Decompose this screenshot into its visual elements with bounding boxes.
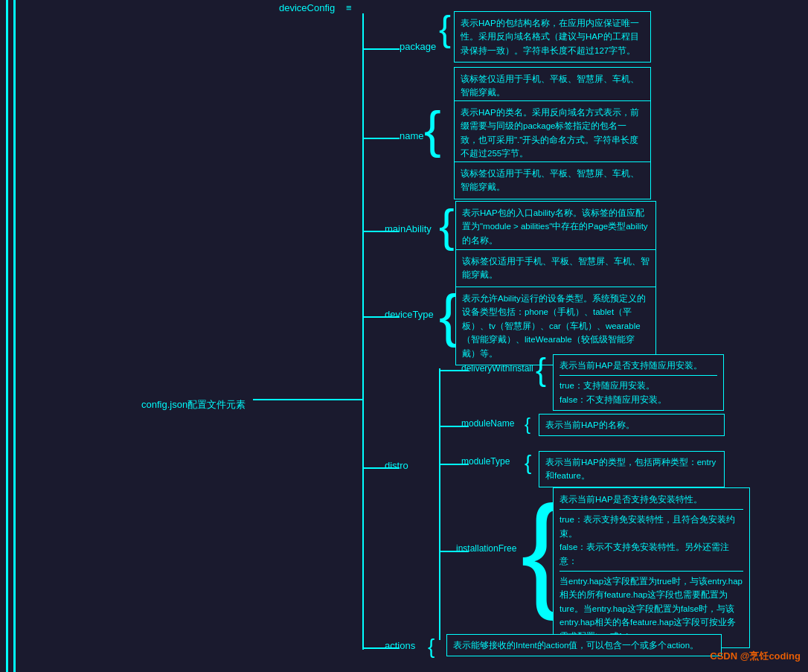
mainability-desc2: 该标签仅适用于手机、平板、智慧屏、车机、智能穿戴。 [455, 250, 656, 287]
installfree-div2 [559, 571, 743, 572]
package-desc1: 表示HAP的包结构名称，在应用内应保证唯一性。采用反向域名格式（建议与HAP的工… [454, 11, 651, 63]
modulename-label: moduleName [461, 418, 514, 429]
delivery-desc3: false：不支持随应用安装。 [559, 393, 717, 406]
actions-label: actions [385, 640, 415, 651]
mainability-label: mainAbility [385, 223, 432, 234]
device-config-equals: ≡ [346, 2, 352, 13]
delivery-desc2: true：支持随应用安装。 [559, 379, 717, 392]
config-to-main-h [253, 399, 364, 400]
package-label: package [400, 41, 436, 52]
installfree-d4: 当entry.hap这字段配置为true时，与该entry.hap相关的所有fe… [559, 575, 743, 643]
page-container: deviceConfig ≡ config.json配置文件元素 package… [0, 0, 808, 672]
modulename-desc: 表示当前HAP的名称。 [539, 414, 725, 436]
installfree-div1 [559, 509, 743, 510]
main-vert-line [362, 13, 364, 650]
name-desc2: 该标签仅适用于手机、平板、智慧屏、车机、智能穿戴。 [454, 162, 651, 199]
installfree-d3: false：表示不支持免安装特性。另外还需注意： [559, 540, 743, 568]
left-line-1 [6, 0, 8, 672]
package-brace: { [439, 11, 451, 47]
delivery-div1 [559, 375, 717, 376]
actions-desc: 表示能够接收的Intent的action值，可以包含一个或多个action。 [446, 634, 722, 656]
delivery-desc: 表示当前HAP是否支持随应用安装。 true：支持随应用安装。 false：不支… [553, 354, 724, 411]
mainability-desc1: 表示HAP包的入口ability名称。该标签的值应配置为"module > ab… [455, 201, 656, 252]
name-brace: { [424, 104, 441, 155]
name-desc1: 表示HAP的类名。采用反向域名方式表示，前缀需要与同级的package标签指定的… [454, 100, 651, 166]
device-config-label: deviceConfig [279, 2, 335, 13]
distro-label: distro [385, 460, 408, 471]
delivery-label: deliveryWithInstall [461, 363, 533, 374]
name-label: name [400, 130, 424, 141]
actions-brace: { [428, 636, 435, 657]
left-line-2 [13, 0, 16, 672]
devicetype-label: deviceType [385, 309, 434, 320]
config-json-label: config.json配置文件元素 [141, 398, 246, 412]
installfree-d1: 表示当前HAP是否支持免安装特性。 [559, 493, 743, 506]
package-desc2: 该标签仅适用于手机、平板、智慧屏、车机、智能穿戴。 [454, 68, 651, 105]
delivery-desc1: 表示当前HAP是否支持随应用安装。 [559, 359, 717, 372]
installfree-desc: 表示当前HAP是否支持免安装特性。 true：表示支持免安装特性，且符合免安装约… [553, 487, 750, 648]
h-line-package [362, 48, 400, 50]
distro-vert [439, 368, 440, 640]
delivery-brace: { [536, 354, 546, 385]
moduletype-desc: 表示当前HAP的类型，包括两种类型：entry和feature。 [539, 451, 725, 487]
moduletype-brace: { [525, 452, 531, 473]
mainability-brace: { [439, 202, 455, 249]
installfree-d2: true：表示支持免安装特性，且符合免安装约束。 [559, 513, 743, 540]
h-line-name [362, 138, 400, 139]
modulename-brace: { [525, 415, 530, 433]
moduletype-label: moduleType [461, 456, 510, 467]
installfree-label: installationFree [456, 543, 516, 554]
watermark: CSDN @烹饪coding [710, 650, 801, 663]
